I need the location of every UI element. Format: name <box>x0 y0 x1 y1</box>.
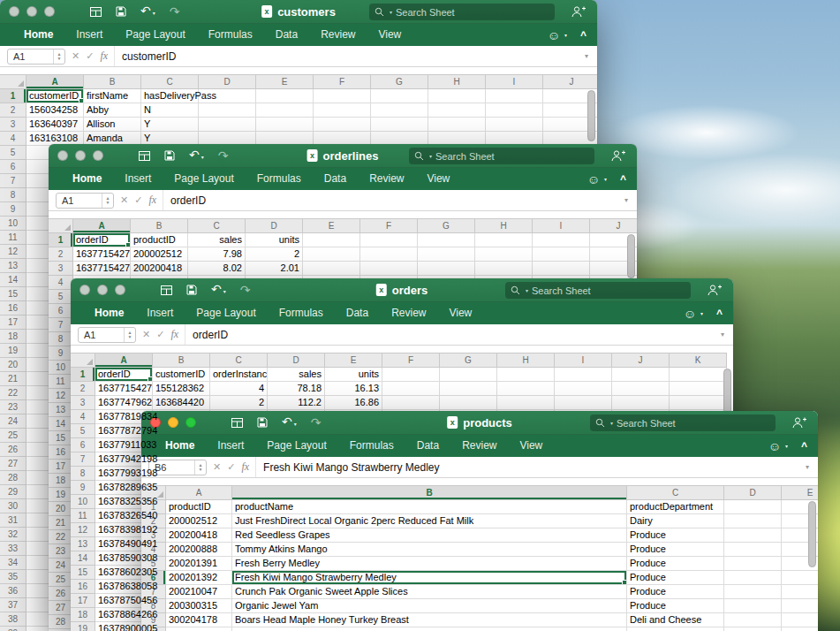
cell-C7[interactable]: Produce <box>627 585 724 599</box>
feedback-smiley-icon[interactable]: ☺▾ <box>768 439 788 453</box>
feedback-smiley-icon[interactable]: ☺▾ <box>587 172 607 186</box>
column-header-J[interactable]: J <box>543 74 597 89</box>
cell-E3[interactable] <box>303 262 360 276</box>
cell-A12[interactable]: 16378398192 <box>95 523 153 537</box>
column-header-E[interactable]: E <box>303 218 360 233</box>
row-header-28[interactable]: 28 <box>49 615 73 629</box>
redo-icon[interactable]: ↷ <box>218 149 229 162</box>
cell-I1[interactable] <box>533 233 590 247</box>
row-header-20[interactable]: 20 <box>0 358 26 372</box>
cell-B5[interactable]: Fresh Berry Medley <box>232 557 627 571</box>
select-all-button[interactable] <box>71 353 95 368</box>
cell-A9[interactable]: 300204178 <box>166 613 232 627</box>
row-header-39[interactable]: 39 <box>0 627 26 631</box>
cell-D1[interactable]: sales <box>268 368 325 382</box>
redo-icon[interactable]: ↷ <box>311 416 322 429</box>
cell-D3[interactable]: 2.01 <box>246 262 303 276</box>
cell-H2[interactable] <box>475 247 533 262</box>
name-box[interactable]: A1 ▲▼ <box>78 327 136 343</box>
cell-B7[interactable]: Crunch Pak Organic Sweet Apple Slices <box>232 585 627 599</box>
cell-G3[interactable] <box>418 262 475 276</box>
row-header-7[interactable]: 7 <box>49 318 73 332</box>
row-header-15[interactable]: 15 <box>71 566 95 580</box>
close-button[interactable] <box>79 285 90 295</box>
row-header-26[interactable]: 26 <box>49 587 73 601</box>
cell-C6[interactable]: Produce <box>627 571 724 585</box>
row-header-14[interactable]: 14 <box>49 417 73 431</box>
enter-icon[interactable]: ✓ <box>134 194 142 206</box>
column-header-C[interactable]: C <box>188 218 246 233</box>
cell-H3[interactable] <box>428 118 486 132</box>
column-header-B[interactable]: B <box>84 74 141 89</box>
search-sheet-field[interactable]: ▾ Search Sheet <box>505 282 691 299</box>
row-header-21[interactable]: 21 <box>0 372 26 386</box>
enter-icon[interactable]: ✓ <box>156 329 164 340</box>
cell-J1[interactable] <box>612 368 670 382</box>
save-icon[interactable] <box>186 285 197 295</box>
cell-B1[interactable]: productID <box>131 233 188 247</box>
row-header-11[interactable]: 11 <box>0 231 26 245</box>
cell-E1[interactable]: units <box>325 368 382 382</box>
cell-K1[interactable] <box>670 368 727 382</box>
column-header-I[interactable]: I <box>533 218 590 233</box>
row-header-12[interactable]: 12 <box>0 245 26 259</box>
cell-A14[interactable]: 16378590308 <box>95 551 153 566</box>
cell-A4[interactable]: 163163108 <box>26 132 84 146</box>
row-header-14[interactable]: 14 <box>71 551 95 566</box>
zoom-button[interactable] <box>185 417 196 428</box>
row-header-12[interactable]: 12 <box>71 523 95 537</box>
cell-I3[interactable] <box>486 118 543 132</box>
cell-I2[interactable] <box>533 247 590 262</box>
column-header-C[interactable]: C <box>627 485 724 500</box>
cell-F2[interactable] <box>382 382 440 396</box>
cell-A10[interactable]: 16378325356 <box>95 495 153 509</box>
cancel-icon[interactable]: ✕ <box>213 461 221 473</box>
formula-bar-expand-icon[interactable]: ▾ <box>624 196 630 204</box>
cell-A4[interactable]: 200200888 <box>166 543 232 557</box>
ribbon-toggle-icon[interactable] <box>90 7 102 17</box>
cell-A1[interactable]: customerID <box>26 89 84 103</box>
cell-G3[interactable] <box>371 118 428 132</box>
row-header-13[interactable]: 13 <box>49 403 73 417</box>
cell-E1[interactable] <box>303 233 360 247</box>
column-header-C[interactable]: C <box>141 74 199 89</box>
row-header-19[interactable]: 19 <box>49 488 73 502</box>
cell-C3[interactable]: Y <box>141 118 199 132</box>
row-header-10[interactable]: 10 <box>49 361 73 375</box>
cell-D3[interactable] <box>724 528 782 543</box>
row-header-5[interactable]: 5 <box>0 146 26 160</box>
cell-B10[interactable] <box>232 627 627 631</box>
cell-D1[interactable] <box>724 500 782 514</box>
cancel-icon[interactable]: ✕ <box>120 194 128 206</box>
undo-icon[interactable]: ↶▾ <box>189 148 204 163</box>
row-header-16[interactable]: 16 <box>49 445 73 460</box>
ribbon-tab-page-layout[interactable]: Page Layout <box>255 435 337 457</box>
cell-C3[interactable]: Produce <box>627 528 724 543</box>
ribbon-tab-formulas[interactable]: Formulas <box>268 302 335 324</box>
row-header-29[interactable]: 29 <box>0 485 26 499</box>
cell-C2[interactable]: Dairy <box>627 514 724 528</box>
undo-icon[interactable]: ↶▾ <box>140 4 155 19</box>
cell-B1[interactable]: productName <box>232 500 627 514</box>
ribbon-tab-formulas[interactable]: Formulas <box>197 24 264 46</box>
column-header-H[interactable]: H <box>428 74 486 89</box>
cell-A5[interactable]: 200201391 <box>166 557 232 571</box>
row-header-23[interactable]: 23 <box>0 400 26 414</box>
row-header-1[interactable]: 1 <box>71 368 95 382</box>
cell-F3[interactable] <box>360 262 418 276</box>
row-header-13[interactable]: 13 <box>71 537 95 551</box>
column-header-H[interactable]: H <box>497 353 555 368</box>
cell-B6[interactable]: Fresh Kiwi Mango Strawberry Medley <box>232 571 627 585</box>
cancel-icon[interactable]: ✕ <box>72 50 79 62</box>
cell-A4[interactable]: 16377819834 <box>95 410 153 424</box>
cell-D3[interactable] <box>199 118 256 132</box>
titlebar[interactable]: ↶▾ ↷ x products ▾ Search Sheet <box>141 411 818 435</box>
share-icon[interactable] <box>791 416 807 429</box>
search-sheet-field[interactable]: ▾ Search Sheet <box>369 4 555 20</box>
cell-D2[interactable] <box>724 514 782 528</box>
cell-C1[interactable]: hasDeliveryPass <box>141 89 199 103</box>
row-header-18[interactable]: 18 <box>71 608 95 622</box>
cell-B2[interactable]: Abby <box>84 103 141 118</box>
row-header-4[interactable]: 4 <box>71 410 95 424</box>
row-header-9[interactable]: 9 <box>49 346 73 361</box>
